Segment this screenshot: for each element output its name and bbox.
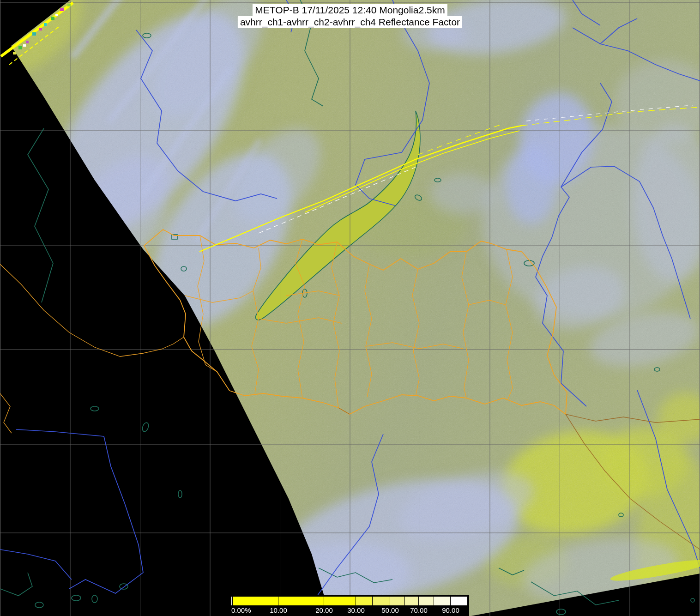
colorbar-tick-label: 70.00 xyxy=(410,605,428,616)
colorbar-tick-label: 50.00 xyxy=(381,605,399,616)
title-line-1: METOP-B 17/11/2025 12:40 Mongolia2.5km xyxy=(253,4,447,16)
colorbar-tick-label: 90.00 xyxy=(442,605,459,616)
title-line-2: avhrr_ch1-avhrr_ch2-avhrr_ch4 Reflectanc… xyxy=(238,16,462,28)
colorbar-tick-label: 20.00 xyxy=(315,605,333,616)
colorbar-segment-90-100 xyxy=(451,597,468,605)
colorbar-segment-0-10 xyxy=(233,597,278,605)
colorbar-segment-60-70 xyxy=(405,597,419,605)
satellite-image-viewport: METOP-B 17/11/2025 12:40 Mongolia2.5km a… xyxy=(0,0,700,616)
colorbar-tick-labels: 0.00%10.0020.0030.0050.0070.0090.00 xyxy=(231,605,468,616)
image-title-block: METOP-B 17/11/2025 12:40 Mongolia2.5km a… xyxy=(238,4,462,28)
colorbar-track xyxy=(231,597,468,605)
colorbar-segment-20-30 xyxy=(324,597,356,605)
colorbar-legend: 0.00%10.0020.0030.0050.0070.0090.00 xyxy=(230,595,469,616)
colorbar-segment-80-90 xyxy=(434,597,451,605)
satellite-map-image xyxy=(0,0,700,616)
colorbar-tick-label: 10.00 xyxy=(270,605,287,616)
colorbar-segment-40-50 xyxy=(373,597,390,605)
colorbar-segment-70-80 xyxy=(419,597,434,605)
colorbar-tick-label: 30.00 xyxy=(347,605,365,616)
colorbar-tick-label: 0.00% xyxy=(231,605,251,616)
colorbar-segment-10-20 xyxy=(278,597,324,605)
colorbar-segment-30-40 xyxy=(356,597,373,605)
colorbar-segment-50-60 xyxy=(390,597,405,605)
